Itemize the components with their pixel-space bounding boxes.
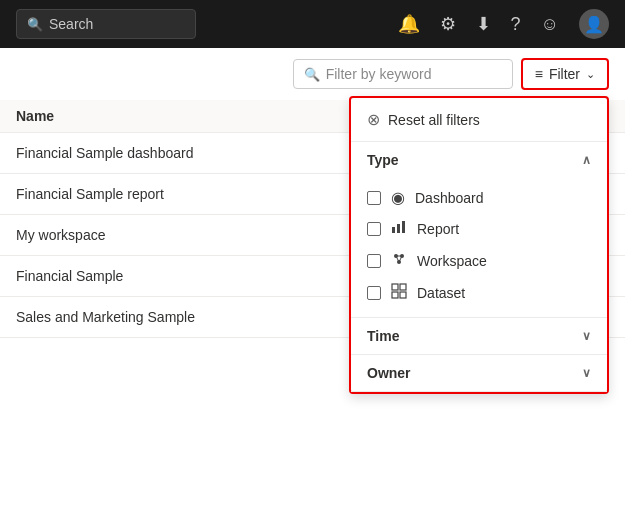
filter-section-time: Time ∨ <box>351 318 607 355</box>
filter-option-dataset[interactable]: Dataset <box>351 277 607 309</box>
search-icon: 🔍 <box>27 17 43 32</box>
svg-rect-0 <box>392 227 395 233</box>
svg-rect-12 <box>400 292 406 298</box>
type-chevron-icon: ∧ <box>582 153 591 167</box>
toolbar: 🔍 Filter by keyword ≡ Filter ⌄ <box>0 48 625 100</box>
dataset-checkbox[interactable] <box>367 286 381 300</box>
navbar: 🔍 Search 🔔 ⚙ ⬇ ? ☺ 👤 <box>0 0 625 48</box>
filter-keyword-icon: 🔍 <box>304 67 320 82</box>
time-chevron-icon: ∨ <box>582 329 591 343</box>
dashboard-checkbox[interactable] <box>367 191 381 205</box>
filter-section-time-header[interactable]: Time ∨ <box>351 318 607 354</box>
settings-icon[interactable]: ⚙ <box>440 13 456 35</box>
reset-label: Reset all filters <box>388 112 480 128</box>
filter-section-type: Type ∧ ◉ Dashboard <box>351 142 607 318</box>
svg-rect-10 <box>400 284 406 290</box>
svg-rect-2 <box>402 221 405 233</box>
dashboard-icon: ◉ <box>391 188 405 207</box>
owner-chevron-icon: ∨ <box>582 366 591 380</box>
filter-option-workspace[interactable]: Workspace <box>351 245 607 277</box>
filter-lines-icon: ≡ <box>535 66 543 82</box>
navbar-icons: 🔔 ⚙ ⬇ ? ☺ 👤 <box>398 9 609 39</box>
bell-icon[interactable]: 🔔 <box>398 13 420 35</box>
filter-section-type-body: ◉ Dashboard Report <box>351 178 607 317</box>
filter-option-report[interactable]: Report <box>351 213 607 245</box>
main-content: 🔍 Filter by keyword ≡ Filter ⌄ Name Ty F… <box>0 48 625 507</box>
filter-button-label: Filter <box>549 66 580 82</box>
filter-section-type-label: Type <box>367 152 399 168</box>
dashboard-label: Dashboard <box>415 190 484 206</box>
filter-keyword-text: Filter by keyword <box>326 66 432 82</box>
report-icon <box>391 219 407 239</box>
avatar-icon: 👤 <box>584 15 604 34</box>
reset-icon: ⊗ <box>367 110 380 129</box>
report-label: Report <box>417 221 459 237</box>
search-box[interactable]: 🔍 Search <box>16 9 196 39</box>
smiley-icon[interactable]: ☺ <box>541 14 559 35</box>
search-text: Search <box>49 16 93 32</box>
filter-option-dashboard[interactable]: ◉ Dashboard <box>351 182 607 213</box>
workspace-checkbox[interactable] <box>367 254 381 268</box>
avatar[interactable]: 👤 <box>579 9 609 39</box>
filter-keyword-box[interactable]: 🔍 Filter by keyword <box>293 59 513 89</box>
filter-chevron-icon: ⌄ <box>586 68 595 81</box>
filter-section-time-label: Time <box>367 328 399 344</box>
filter-section-owner-label: Owner <box>367 365 411 381</box>
workspace-icon <box>391 251 407 271</box>
filter-panel: ⊗ Reset all filters Type ∧ ◉ Dashboard <box>349 96 609 394</box>
svg-rect-9 <box>392 284 398 290</box>
svg-rect-11 <box>392 292 398 298</box>
filter-section-type-header[interactable]: Type ∧ <box>351 142 607 178</box>
download-icon[interactable]: ⬇ <box>476 13 491 35</box>
dataset-icon <box>391 283 407 303</box>
filter-section-owner-header[interactable]: Owner ∨ <box>351 355 607 391</box>
workspace-label: Workspace <box>417 253 487 269</box>
help-icon[interactable]: ? <box>511 14 521 35</box>
filter-section-owner: Owner ∨ <box>351 355 607 392</box>
filter-button[interactable]: ≡ Filter ⌄ <box>521 58 609 90</box>
svg-rect-1 <box>397 224 400 233</box>
reset-all-filters-button[interactable]: ⊗ Reset all filters <box>351 98 607 142</box>
report-checkbox[interactable] <box>367 222 381 236</box>
dataset-label: Dataset <box>417 285 465 301</box>
